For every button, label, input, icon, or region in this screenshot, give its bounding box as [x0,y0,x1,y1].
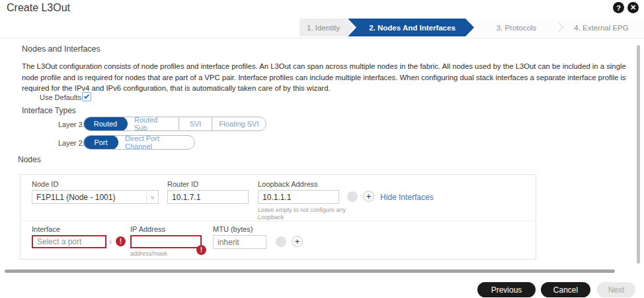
layer3-label: Layer 3: [58,121,85,128]
step-protocols[interactable]: 3. Protocols [474,19,559,36]
layer3-option-floating-svi[interactable]: Floating SVI [212,117,266,130]
router-id-label: Router ID [167,180,198,188]
mtu-label: MTU (bytes) [213,225,253,233]
loopback-hint: Leave empty to not configure any Loopbac… [258,207,347,221]
add-interface-button[interactable]: + [292,236,303,247]
interface-select[interactable]: Select a port [32,235,106,248]
layer3-option-routed-sub[interactable]: Routed Sub [128,117,179,130]
help-icon[interactable]: ? [613,2,624,13]
next-button[interactable]: Next [597,282,635,297]
layer3-button-group: Routed Routed Sub SVI Floating SVI [83,117,266,131]
interface-types-title: Interface Types [22,106,76,115]
add-node-button[interactable]: + [363,191,374,202]
ip-address-error-icon: ! [196,245,206,255]
node-id-value: F1P1L1 (Node - 1001) [36,193,115,202]
header-divider [0,38,644,38]
router-id-input[interactable]: 10.1.7.1 [167,190,249,204]
page-title: Create L3Out [7,2,70,14]
loopback-address-label: Loopback Address [258,180,318,188]
step-external-epg[interactable]: 4. External EPG [559,19,644,36]
loopback-address-input[interactable]: 10.1.1.1 [258,190,339,204]
mtu-input[interactable]: inherit [213,235,266,249]
use-defaults-label: Use Defaults: [40,93,83,101]
layer2-option-direct-port-channel[interactable]: Direct Port Channel [118,136,194,149]
layer3-option-routed[interactable]: Routed [83,117,128,131]
ip-address-hint: address/mask [130,250,167,258]
step-identity[interactable]: 1. Identity [300,19,354,36]
layer2-button-group: Port Direct Port Channel [83,135,195,150]
node-id-label: Node ID [32,180,58,188]
layer2-label: Layer 2: [58,139,85,147]
ip-address-label: IP Address [130,225,165,233]
layer2-option-port[interactable]: Port [83,135,118,150]
cancel-button[interactable]: Cancel [541,282,590,297]
vertical-scrollbar[interactable] [637,45,640,264]
section-description: The L3Out configuration consists of node… [22,61,634,94]
wizard-steps: 1. Identity 2. Nodes And Interfaces 3. P… [300,19,644,36]
nodes-title: Nodes [18,155,41,164]
interface-label: Interface [32,225,60,233]
use-defaults-checkbox[interactable] [82,92,91,101]
interface-placeholder: Select a port [37,237,81,246]
previous-button[interactable]: Previous [477,282,536,297]
close-icon[interactable]: ✕ [627,2,639,13]
remove-interface-button [276,236,286,247]
hide-interfaces-link[interactable]: Hide Interfaces [380,193,434,202]
checkmark-icon [84,93,89,99]
step-nodes-and-interfaces[interactable]: 2. Nodes And Interfaces [348,19,474,36]
layer3-option-svi[interactable]: SVI [179,117,212,130]
section-title: Nodes and Interfaces [22,44,101,54]
chevron-down-icon[interactable]: ∨ [108,238,113,245]
interface-error-icon: ! [116,236,126,246]
horizontal-scrollbar[interactable] [5,270,615,273]
chevron-down-icon: ∨ [146,191,158,203]
ip-address-input[interactable] [130,235,202,248]
node-id-select[interactable]: F1P1L1 (Node - 1001) ∨ [32,190,159,204]
remove-node-button [347,191,358,202]
create-l3out-wizard: Create L3Out ? ✕ 1. Identity 2. Nodes An… [0,0,644,298]
